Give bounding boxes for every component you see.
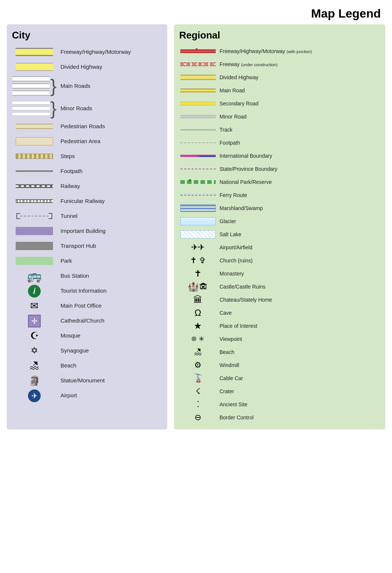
minor-roads-symbol: }	[12, 99, 57, 118]
list-item: Divided Highway	[179, 71, 380, 84]
list-item: Salt Lake	[179, 228, 380, 241]
statue-label: Statue/Monument	[57, 377, 162, 384]
reg-marshland-symbol	[179, 204, 217, 212]
reg-footpath-symbol	[179, 142, 217, 143]
reg-place-interest-icon: ★	[179, 321, 217, 331]
bus-station-label: Bus Station	[57, 272, 162, 280]
freeway-label: Freeway/Highway/Motorway	[57, 48, 162, 56]
reg-track-symbol	[179, 129, 217, 130]
list-item: ✈✈ Airport/Airfield	[179, 241, 380, 254]
list-item: 🏖 Beach	[179, 346, 380, 358]
transport-hub-symbol	[12, 242, 57, 250]
reg-glacier-symbol	[179, 217, 217, 225]
city-panel: City Freeway/Highway/Motorway Divided Hi…	[7, 24, 167, 429]
reg-beach-label: Beach	[217, 349, 380, 355]
list-item: Glacier	[179, 215, 380, 228]
cathedral-icon: ✛	[12, 314, 57, 327]
list-item: 🏖 Beach	[12, 358, 162, 373]
minor-roads-label: Minor Roads	[57, 105, 162, 112]
reg-chateau-label: Chateau/Stately Home	[217, 296, 380, 303]
list-item: ✡ Synagogue	[12, 344, 162, 358]
list-item: ☪ Mosque	[12, 329, 162, 343]
list-item: State/Province Boundary	[179, 163, 380, 175]
list-item: ✝ Monastery	[179, 267, 380, 280]
list-item: ✛ Cathedral/Church	[12, 314, 162, 328]
list-item: ☇ Crater	[179, 385, 380, 398]
list-item: Pedestrian Roads	[12, 119, 162, 133]
list-item: Funicular Railway	[12, 194, 162, 208]
list-item: ⁚ Ancient Site	[179, 398, 380, 411]
synagogue-label: Synagogue	[57, 347, 162, 354]
list-item: Footpath	[12, 164, 162, 178]
post-office-label: Main Post Office	[57, 302, 162, 309]
reg-ferry-symbol	[179, 195, 217, 195]
reg-secondary-road-symbol	[179, 102, 217, 105]
cathedral-label: Cathedral/Church	[57, 317, 162, 324]
mosque-icon: ☪	[12, 330, 57, 342]
list-item: Tunnel	[12, 209, 162, 223]
funicular-symbol	[12, 199, 57, 203]
reg-ancient-site-icon: ⁚	[179, 400, 217, 409]
reg-viewpoint-icon: ❊ ✳	[179, 335, 217, 343]
tourist-info-label: Tourist Information	[57, 287, 162, 295]
mosque-label: Mosque	[57, 332, 162, 339]
reg-marshland-label: Marshland/Swamp	[217, 205, 380, 212]
reg-nat-park-symbol: ●	[179, 178, 217, 186]
reg-salt-lake-symbol	[179, 230, 217, 238]
reg-cave-label: Cave	[217, 309, 380, 316]
reg-airport-icon: ✈✈	[179, 243, 217, 252]
list-item: Park	[12, 254, 162, 268]
park-symbol	[12, 257, 57, 265]
reg-intl-boundary-symbol	[179, 155, 217, 157]
reg-secondary-road-label: Secondary Road	[217, 100, 380, 107]
reg-monastery-label: Monastery	[217, 270, 380, 277]
freeway-symbol	[12, 48, 57, 56]
reg-minor-road-label: Minor Road	[217, 113, 380, 120]
park-label: Park	[57, 257, 162, 265]
regional-title: Regional	[179, 30, 380, 41]
railway-label: Railway	[57, 182, 162, 190]
list-item: 🗿 Statue/Monument	[12, 373, 162, 388]
pedestrian-area-symbol	[12, 137, 57, 145]
reg-crater-icon: ☇	[179, 386, 217, 396]
footpath-symbol	[12, 170, 57, 172]
reg-crater-label: Crater	[217, 388, 380, 395]
reg-main-road-label: Main Road	[217, 87, 380, 94]
steps-label: Steps	[57, 153, 162, 160]
regional-panel: Regional ● Freeway/Highway/Motorway (wit…	[174, 24, 385, 429]
beach-label: Beach	[57, 362, 162, 369]
airport-city-icon: ✈	[12, 389, 57, 402]
tunnel-symbol	[12, 212, 57, 220]
divided-label: Divided Highway	[57, 63, 162, 71]
list-item: ⚙ Windmill	[179, 359, 380, 372]
reg-glacier-label: Glacier	[217, 218, 380, 225]
reg-minor-road-symbol	[179, 115, 217, 118]
tunnel-label: Tunnel	[57, 212, 162, 220]
list-item: Important Building	[12, 224, 162, 238]
list-item: 🚌 Bus Station	[12, 269, 162, 283]
post-office-icon: ✉	[12, 300, 57, 312]
reg-viewpoint-label: Viewpoint	[217, 336, 380, 342]
list-item: ★ Place of Interest	[179, 320, 380, 332]
reg-intl-boundary-label: International Boundary	[217, 153, 380, 159]
reg-track-label: Track	[217, 126, 380, 133]
reg-airport-label: Airport/Airfield	[217, 244, 380, 251]
list-item: 🏰🏚 Castle/Castle Ruins	[179, 280, 380, 293]
city-title: City	[12, 30, 162, 41]
reg-ancient-site-label: Ancient Site	[217, 401, 380, 408]
pedestrian-roads-label: Pedestrian Roads	[57, 123, 162, 130]
reg-freeway-construction-symbol	[179, 62, 217, 66]
reg-ferry-label: Ferry Route	[217, 192, 380, 198]
list-item: Railway	[12, 179, 162, 193]
reg-freeway-construction-label: Freeway (under construction)	[217, 61, 380, 68]
list-item: International Boundary	[179, 150, 380, 162]
reg-windmill-icon: ⚙	[179, 360, 217, 370]
reg-state-boundary-symbol	[179, 169, 217, 169]
pedestrian-roads-symbol	[12, 124, 57, 129]
reg-chateau-icon: 🏛	[179, 295, 217, 305]
reg-castle-label: Castle/Castle Ruins	[217, 283, 380, 290]
reg-cable-car-icon: 🚡	[179, 373, 217, 383]
list-item: Ω Cave	[179, 306, 380, 319]
main-roads-symbol: }	[12, 76, 57, 96]
reg-cave-icon: Ω	[179, 308, 217, 318]
